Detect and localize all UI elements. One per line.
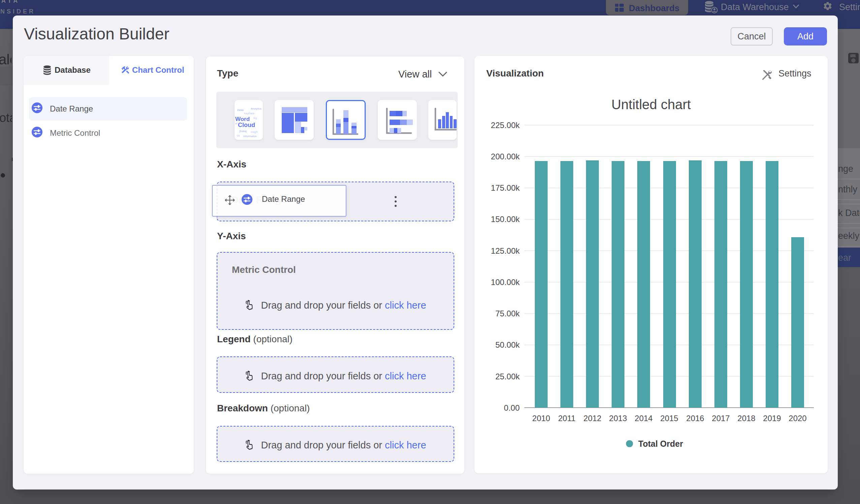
svg-text:25.00k: 25.00k (496, 372, 520, 381)
svg-text:75.00k: 75.00k (496, 309, 520, 318)
svg-text:100.00k: 100.00k (491, 278, 520, 287)
svg-text:50.00k: 50.00k (496, 340, 520, 349)
svg-text:2019: 2019 (763, 414, 781, 423)
svg-text:200.00k: 200.00k (491, 152, 520, 161)
svg-text:Analytics: Analytics (251, 107, 261, 110)
svg-text:225.00k: 225.00k (491, 120, 520, 130)
svg-text:Big: Big (254, 117, 257, 119)
svg-text:2017: 2017 (712, 414, 730, 423)
svg-text:2020: 2020 (789, 414, 806, 423)
svg-text:175.00k: 175.00k (491, 183, 520, 192)
svg-text:2016: 2016 (686, 414, 704, 423)
svg-text:2018: 2018 (737, 414, 755, 423)
svg-text:KeyData: KeyData (244, 112, 255, 115)
svg-text:Cloud: Cloud (238, 121, 255, 128)
svg-text:2010: 2010 (532, 414, 550, 423)
svg-text:of: of (235, 122, 237, 125)
svg-text:2015: 2015 (660, 414, 678, 423)
svg-text:Viz: Viz (236, 134, 240, 137)
svg-text:Total Order: Total Order (638, 439, 683, 448)
svg-text:2012: 2012 (583, 414, 601, 423)
svg-text:2014: 2014 (634, 414, 653, 423)
svg-text:insight: insight (251, 131, 257, 133)
svg-text:0.00: 0.00 (504, 403, 520, 412)
svg-text:2011: 2011 (558, 414, 576, 423)
svg-text:iness: iness (237, 109, 244, 112)
svg-text:[Data]: [Data] (239, 130, 246, 133)
svg-text:Information: Information (243, 135, 257, 138)
svg-text:2013: 2013 (609, 414, 627, 423)
svg-text:Untitled chart: Untitled chart (611, 97, 691, 112)
svg-text:150.00k: 150.00k (491, 215, 520, 224)
svg-text:125.00k: 125.00k (491, 246, 520, 255)
